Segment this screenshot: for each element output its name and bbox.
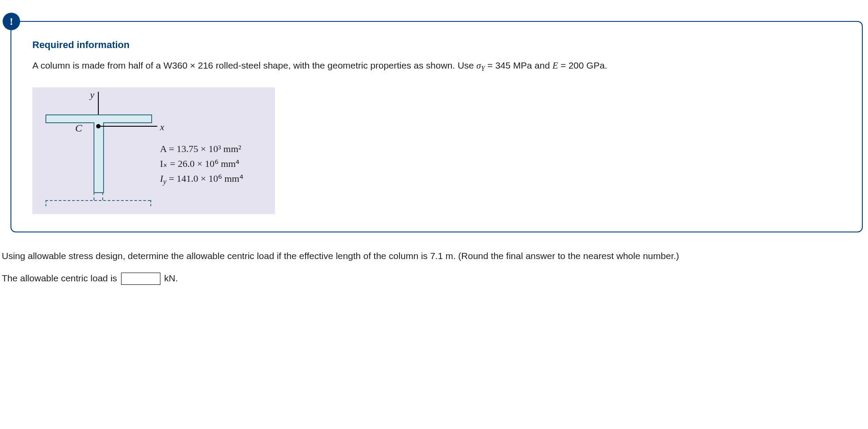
dash-web-right (102, 192, 103, 200)
sigma-symbol: σ (476, 60, 481, 71)
sigma-value: = 345 MPa and (485, 60, 552, 70)
answer-input[interactable] (121, 273, 160, 285)
x-axis-label: x (160, 121, 164, 133)
y-axis-label: y (90, 89, 94, 100)
dash-bottom-flange-top (45, 200, 150, 201)
centroid-label: C (75, 122, 82, 134)
question-text: Using allowable stress design, determine… (2, 249, 863, 263)
t-section-flange (45, 114, 152, 123)
problem-statement: A column is made from half of a W360 × 2… (32, 59, 843, 74)
Ix-value: Iₓ = 26.0 × 10⁶ mm⁴ (160, 156, 243, 171)
t-section-web (94, 122, 104, 193)
problem-text-1: A column is made from half of a W360 × 2… (32, 60, 476, 70)
E-value: = 200 GPa. (558, 60, 608, 70)
Iy-value: Iy = 141.0 × 10⁶ mm⁴ (160, 171, 243, 187)
dash-right (150, 200, 151, 206)
E-symbol: E (552, 60, 558, 71)
Iy-subscript: y (163, 177, 166, 186)
dash-left (45, 200, 46, 206)
dash-web-left (94, 192, 94, 200)
x-axis-line (101, 126, 157, 127)
answer-line: The allowable centric load is kN. (2, 273, 863, 285)
answer-unit: kN. (162, 273, 178, 283)
y-axis-line (98, 92, 99, 116)
area-value: A = 13.75 × 10³ mm² (160, 142, 243, 156)
required-info-heading: Required information (32, 39, 843, 51)
figure: y C x A = 13.75 × 10³ mm² Iₓ = 26.0 × 10… (32, 87, 275, 214)
Iy-rest: = 141.0 × 10⁶ mm⁴ (167, 173, 243, 184)
sigma-subscript: Y (481, 65, 485, 72)
centroid-point (96, 124, 101, 128)
exclamation-icon: ! (10, 16, 13, 28)
required-info-box: Required information A column is made fr… (10, 21, 863, 232)
alert-icon: ! (3, 13, 20, 30)
section-properties: A = 13.75 × 10³ mm² Iₓ = 26.0 × 10⁶ mm⁴ … (160, 142, 243, 187)
answer-prompt: The allowable centric load is (2, 273, 120, 283)
